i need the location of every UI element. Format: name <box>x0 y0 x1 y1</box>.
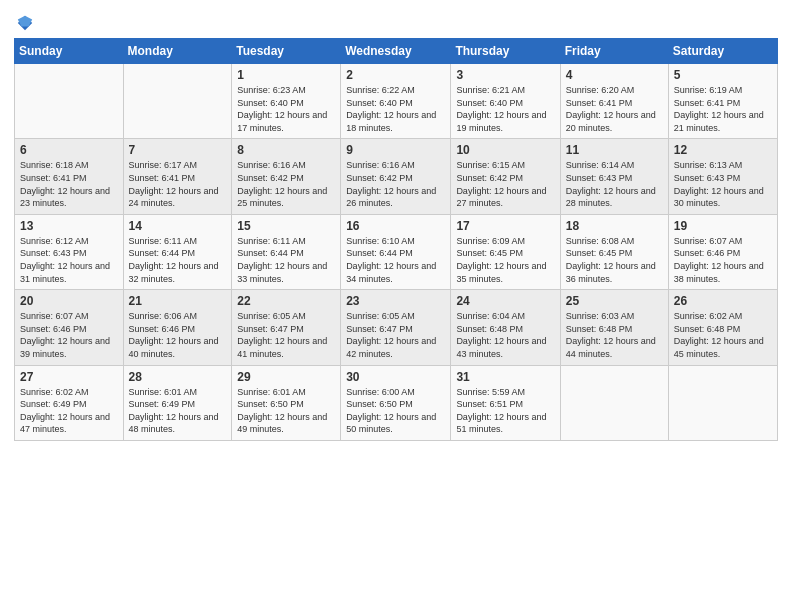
calendar-cell: 22Sunrise: 6:05 AM Sunset: 6:47 PM Dayli… <box>232 290 341 365</box>
day-number: 25 <box>566 294 663 308</box>
day-number: 30 <box>346 370 445 384</box>
calendar-week-row: 20Sunrise: 6:07 AM Sunset: 6:46 PM Dayli… <box>15 290 778 365</box>
cell-info: Sunrise: 6:10 AM Sunset: 6:44 PM Dayligh… <box>346 235 445 285</box>
calendar-cell: 26Sunrise: 6:02 AM Sunset: 6:48 PM Dayli… <box>668 290 777 365</box>
day-number: 2 <box>346 68 445 82</box>
day-number: 23 <box>346 294 445 308</box>
calendar-cell: 17Sunrise: 6:09 AM Sunset: 6:45 PM Dayli… <box>451 214 560 289</box>
cell-info: Sunrise: 6:14 AM Sunset: 6:43 PM Dayligh… <box>566 159 663 209</box>
day-number: 20 <box>20 294 118 308</box>
header-friday: Friday <box>560 39 668 64</box>
cell-info: Sunrise: 6:05 AM Sunset: 6:47 PM Dayligh… <box>237 310 335 360</box>
cell-info: Sunrise: 6:07 AM Sunset: 6:46 PM Dayligh… <box>20 310 118 360</box>
header-wednesday: Wednesday <box>341 39 451 64</box>
calendar-cell: 15Sunrise: 6:11 AM Sunset: 6:44 PM Dayli… <box>232 214 341 289</box>
calendar-cell: 23Sunrise: 6:05 AM Sunset: 6:47 PM Dayli… <box>341 290 451 365</box>
cell-info: Sunrise: 6:11 AM Sunset: 6:44 PM Dayligh… <box>129 235 227 285</box>
calendar-cell: 13Sunrise: 6:12 AM Sunset: 6:43 PM Dayli… <box>15 214 124 289</box>
day-number: 13 <box>20 219 118 233</box>
header-tuesday: Tuesday <box>232 39 341 64</box>
day-number: 21 <box>129 294 227 308</box>
calendar-table: Sunday Monday Tuesday Wednesday Thursday… <box>14 38 778 441</box>
calendar-cell: 19Sunrise: 6:07 AM Sunset: 6:46 PM Dayli… <box>668 214 777 289</box>
cell-info: Sunrise: 5:59 AM Sunset: 6:51 PM Dayligh… <box>456 386 554 436</box>
cell-info: Sunrise: 6:18 AM Sunset: 6:41 PM Dayligh… <box>20 159 118 209</box>
calendar-week-row: 13Sunrise: 6:12 AM Sunset: 6:43 PM Dayli… <box>15 214 778 289</box>
calendar-cell: 31Sunrise: 5:59 AM Sunset: 6:51 PM Dayli… <box>451 365 560 440</box>
calendar-week-row: 1Sunrise: 6:23 AM Sunset: 6:40 PM Daylig… <box>15 64 778 139</box>
header-thursday: Thursday <box>451 39 560 64</box>
calendar-cell: 4Sunrise: 6:20 AM Sunset: 6:41 PM Daylig… <box>560 64 668 139</box>
calendar-cell: 7Sunrise: 6:17 AM Sunset: 6:41 PM Daylig… <box>123 139 232 214</box>
calendar-cell: 29Sunrise: 6:01 AM Sunset: 6:50 PM Dayli… <box>232 365 341 440</box>
cell-info: Sunrise: 6:19 AM Sunset: 6:41 PM Dayligh… <box>674 84 772 134</box>
day-number: 24 <box>456 294 554 308</box>
calendar-cell: 18Sunrise: 6:08 AM Sunset: 6:45 PM Dayli… <box>560 214 668 289</box>
day-number: 16 <box>346 219 445 233</box>
cell-info: Sunrise: 6:07 AM Sunset: 6:46 PM Dayligh… <box>674 235 772 285</box>
cell-info: Sunrise: 6:11 AM Sunset: 6:44 PM Dayligh… <box>237 235 335 285</box>
header-monday: Monday <box>123 39 232 64</box>
calendar-cell: 9Sunrise: 6:16 AM Sunset: 6:42 PM Daylig… <box>341 139 451 214</box>
day-number: 17 <box>456 219 554 233</box>
logo <box>14 14 34 32</box>
calendar-cell: 21Sunrise: 6:06 AM Sunset: 6:46 PM Dayli… <box>123 290 232 365</box>
calendar-cell <box>560 365 668 440</box>
calendar-cell: 20Sunrise: 6:07 AM Sunset: 6:46 PM Dayli… <box>15 290 124 365</box>
cell-info: Sunrise: 6:16 AM Sunset: 6:42 PM Dayligh… <box>237 159 335 209</box>
day-number: 31 <box>456 370 554 384</box>
calendar-cell: 8Sunrise: 6:16 AM Sunset: 6:42 PM Daylig… <box>232 139 341 214</box>
cell-info: Sunrise: 6:23 AM Sunset: 6:40 PM Dayligh… <box>237 84 335 134</box>
calendar-cell: 25Sunrise: 6:03 AM Sunset: 6:48 PM Dayli… <box>560 290 668 365</box>
calendar-cell: 5Sunrise: 6:19 AM Sunset: 6:41 PM Daylig… <box>668 64 777 139</box>
calendar-week-row: 6Sunrise: 6:18 AM Sunset: 6:41 PM Daylig… <box>15 139 778 214</box>
day-number: 27 <box>20 370 118 384</box>
calendar-cell: 6Sunrise: 6:18 AM Sunset: 6:41 PM Daylig… <box>15 139 124 214</box>
calendar-cell: 2Sunrise: 6:22 AM Sunset: 6:40 PM Daylig… <box>341 64 451 139</box>
cell-info: Sunrise: 6:22 AM Sunset: 6:40 PM Dayligh… <box>346 84 445 134</box>
day-number: 9 <box>346 143 445 157</box>
cell-info: Sunrise: 6:02 AM Sunset: 6:49 PM Dayligh… <box>20 386 118 436</box>
day-number: 18 <box>566 219 663 233</box>
calendar-cell: 12Sunrise: 6:13 AM Sunset: 6:43 PM Dayli… <box>668 139 777 214</box>
cell-info: Sunrise: 6:05 AM Sunset: 6:47 PM Dayligh… <box>346 310 445 360</box>
day-number: 19 <box>674 219 772 233</box>
cell-info: Sunrise: 6:17 AM Sunset: 6:41 PM Dayligh… <box>129 159 227 209</box>
day-number: 10 <box>456 143 554 157</box>
calendar-cell: 1Sunrise: 6:23 AM Sunset: 6:40 PM Daylig… <box>232 64 341 139</box>
cell-info: Sunrise: 6:21 AM Sunset: 6:40 PM Dayligh… <box>456 84 554 134</box>
day-number: 12 <box>674 143 772 157</box>
page: Sunday Monday Tuesday Wednesday Thursday… <box>0 0 792 612</box>
calendar-cell <box>668 365 777 440</box>
calendar-cell: 27Sunrise: 6:02 AM Sunset: 6:49 PM Dayli… <box>15 365 124 440</box>
calendar-cell <box>15 64 124 139</box>
cell-info: Sunrise: 6:20 AM Sunset: 6:41 PM Dayligh… <box>566 84 663 134</box>
cell-info: Sunrise: 6:00 AM Sunset: 6:50 PM Dayligh… <box>346 386 445 436</box>
calendar-cell: 10Sunrise: 6:15 AM Sunset: 6:42 PM Dayli… <box>451 139 560 214</box>
calendar-cell: 11Sunrise: 6:14 AM Sunset: 6:43 PM Dayli… <box>560 139 668 214</box>
cell-info: Sunrise: 6:03 AM Sunset: 6:48 PM Dayligh… <box>566 310 663 360</box>
logo-icon <box>16 14 34 32</box>
calendar-cell: 28Sunrise: 6:01 AM Sunset: 6:49 PM Dayli… <box>123 365 232 440</box>
day-number: 28 <box>129 370 227 384</box>
cell-info: Sunrise: 6:06 AM Sunset: 6:46 PM Dayligh… <box>129 310 227 360</box>
cell-info: Sunrise: 6:09 AM Sunset: 6:45 PM Dayligh… <box>456 235 554 285</box>
day-number: 1 <box>237 68 335 82</box>
calendar-cell: 30Sunrise: 6:00 AM Sunset: 6:50 PM Dayli… <box>341 365 451 440</box>
day-number: 5 <box>674 68 772 82</box>
calendar-week-row: 27Sunrise: 6:02 AM Sunset: 6:49 PM Dayli… <box>15 365 778 440</box>
cell-info: Sunrise: 6:13 AM Sunset: 6:43 PM Dayligh… <box>674 159 772 209</box>
calendar-cell: 3Sunrise: 6:21 AM Sunset: 6:40 PM Daylig… <box>451 64 560 139</box>
day-number: 29 <box>237 370 335 384</box>
header-sunday: Sunday <box>15 39 124 64</box>
calendar-cell <box>123 64 232 139</box>
day-number: 11 <box>566 143 663 157</box>
cell-info: Sunrise: 6:01 AM Sunset: 6:50 PM Dayligh… <box>237 386 335 436</box>
day-number: 14 <box>129 219 227 233</box>
calendar-cell: 16Sunrise: 6:10 AM Sunset: 6:44 PM Dayli… <box>341 214 451 289</box>
cell-info: Sunrise: 6:04 AM Sunset: 6:48 PM Dayligh… <box>456 310 554 360</box>
header-saturday: Saturday <box>668 39 777 64</box>
cell-info: Sunrise: 6:16 AM Sunset: 6:42 PM Dayligh… <box>346 159 445 209</box>
cell-info: Sunrise: 6:15 AM Sunset: 6:42 PM Dayligh… <box>456 159 554 209</box>
day-number: 22 <box>237 294 335 308</box>
